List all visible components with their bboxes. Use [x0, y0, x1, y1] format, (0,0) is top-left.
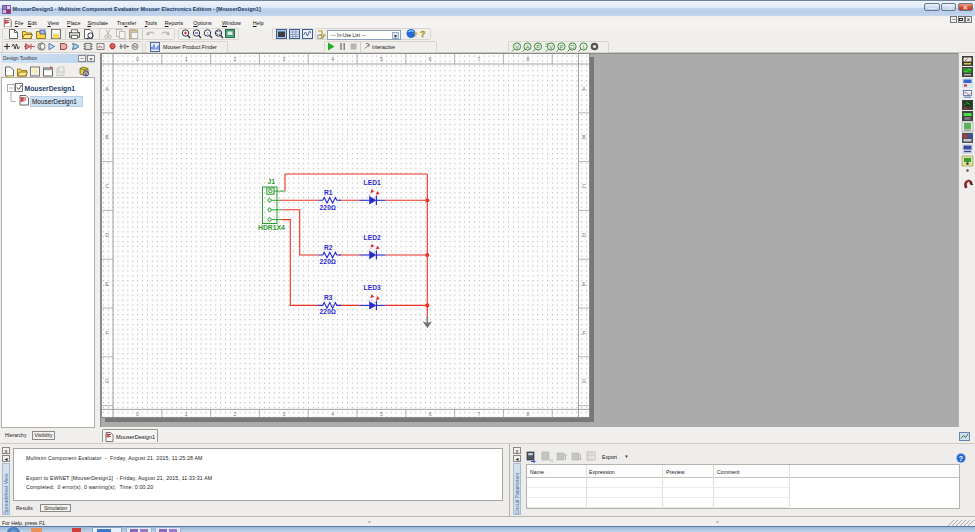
- svg-text:LED3: LED3: [364, 284, 381, 291]
- svg-text:2: 2: [234, 56, 237, 62]
- svg-text:7: 7: [478, 411, 481, 417]
- svg-text:C: C: [582, 183, 586, 189]
- svg-text:C: C: [105, 183, 109, 189]
- svg-text:0: 0: [136, 411, 139, 417]
- svg-text:2: 2: [234, 411, 237, 417]
- svg-text:MouserDesign1: MouserDesign1: [25, 85, 76, 93]
- svg-text:5: 5: [380, 411, 383, 417]
- svg-text:R1: R1: [324, 189, 333, 196]
- svg-text:J1: J1: [268, 178, 276, 185]
- svg-text:220Ω: 220Ω: [320, 308, 336, 315]
- svg-text:F: F: [582, 330, 585, 336]
- svg-text:3: 3: [282, 411, 285, 417]
- svg-text:G: G: [105, 378, 109, 384]
- svg-text:MouserDesign1: MouserDesign1: [32, 98, 77, 106]
- svg-text:1: 1: [185, 56, 188, 62]
- svg-text:8: 8: [526, 56, 529, 62]
- svg-text:0: 0: [136, 56, 139, 62]
- svg-text:5: 5: [380, 56, 383, 62]
- svg-text:HDR1X4: HDR1X4: [258, 224, 285, 231]
- svg-text:D: D: [105, 232, 109, 238]
- svg-text:?: ?: [959, 455, 963, 462]
- svg-text:6: 6: [429, 411, 432, 417]
- svg-text:4: 4: [331, 411, 334, 417]
- svg-text:6: 6: [429, 56, 432, 62]
- svg-text:F: F: [105, 330, 108, 336]
- svg-text:1: 1: [185, 411, 188, 417]
- svg-text:220Ω: 220Ω: [320, 204, 336, 211]
- svg-text:D: D: [582, 232, 586, 238]
- svg-text:G: G: [582, 378, 586, 384]
- svg-text:3: 3: [282, 56, 285, 62]
- svg-text:R3: R3: [324, 294, 333, 301]
- svg-text:8: 8: [526, 411, 529, 417]
- svg-text:R2: R2: [324, 244, 333, 251]
- svg-text:220Ω: 220Ω: [320, 258, 336, 265]
- svg-text:Export: Export: [602, 454, 618, 460]
- svg-text:LED2: LED2: [364, 234, 381, 241]
- svg-text:7: 7: [478, 56, 481, 62]
- svg-text:LED1: LED1: [364, 179, 381, 186]
- svg-text:888: 888: [965, 117, 971, 121]
- svg-text:4: 4: [331, 56, 334, 62]
